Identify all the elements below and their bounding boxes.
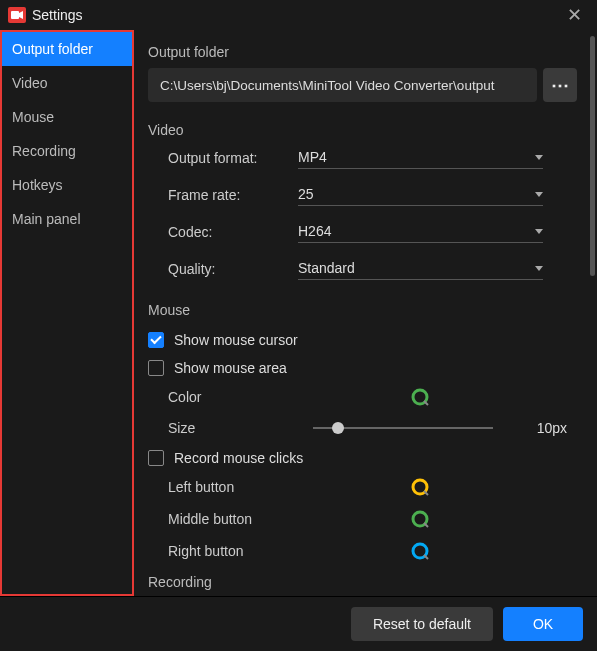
ok-button[interactable]: OK [503,607,583,641]
sidebar-item-label: Output folder [12,41,93,57]
svg-rect-0 [11,11,19,19]
checkbox-show-area[interactable] [148,360,164,376]
label-middle-button: Middle button [168,511,313,527]
output-path-input[interactable] [148,68,537,102]
button-label: OK [533,616,553,632]
color-picker-left[interactable] [411,478,429,496]
reset-button[interactable]: Reset to default [351,607,493,641]
sidebar-item-label: Video [12,75,48,91]
select-codec[interactable]: H264 [298,220,543,243]
select-value: MP4 [298,149,327,165]
sidebar-item-label: Hotkeys [12,177,63,193]
sidebar-item-hotkeys[interactable]: Hotkeys [2,168,132,202]
label-area-color: Color [168,389,313,405]
chevron-down-icon [535,155,543,160]
sidebar-item-output-folder[interactable]: Output folder [2,32,132,66]
value-area-size: 10px [537,420,577,436]
label-frame-rate: Frame rate: [168,187,298,203]
window-title: Settings [32,7,83,23]
select-frame-rate[interactable]: 25 [298,183,543,206]
section-recording: Recording [148,574,577,590]
label-show-cursor: Show mouse cursor [174,332,298,348]
label-codec: Codec: [168,224,298,240]
label-show-area: Show mouse area [174,360,287,376]
sidebar-item-label: Main panel [12,211,81,227]
select-value: H264 [298,223,331,239]
sidebar: Output folder Video Mouse Recording Hotk… [0,30,134,596]
color-picker-area[interactable] [411,388,429,406]
label-left-button: Left button [168,479,313,495]
ellipsis-icon: ⋯ [551,74,570,96]
footer: Reset to default OK [0,596,597,651]
app-icon [8,7,26,23]
chevron-down-icon [535,229,543,234]
select-quality[interactable]: Standard [298,257,543,280]
sidebar-item-mouse[interactable]: Mouse [2,100,132,134]
button-label: Reset to default [373,616,471,632]
select-output-format[interactable]: MP4 [298,146,543,169]
checkbox-record-clicks[interactable] [148,450,164,466]
section-output-folder: Output folder [148,44,577,60]
label-quality: Quality: [168,261,298,277]
scrollbar[interactable] [590,36,595,276]
section-mouse: Mouse [148,302,577,318]
sidebar-item-label: Mouse [12,109,54,125]
titlebar: Settings ✕ [0,0,597,30]
sidebar-item-main-panel[interactable]: Main panel [2,202,132,236]
sidebar-item-video[interactable]: Video [2,66,132,100]
chevron-down-icon [535,266,543,271]
select-value: Standard [298,260,355,276]
slider-thumb[interactable] [332,422,344,434]
close-icon[interactable]: ✕ [559,6,589,24]
browse-button[interactable]: ⋯ [543,68,577,102]
checkbox-show-cursor[interactable] [148,332,164,348]
section-video: Video [148,122,577,138]
settings-content: Output folder ⋯ Video Output format: MP4… [134,30,597,596]
slider-area-size[interactable] [313,427,493,429]
sidebar-item-recording[interactable]: Recording [2,134,132,168]
label-record-clicks: Record mouse clicks [174,450,303,466]
label-area-size: Size [168,420,313,436]
color-picker-right[interactable] [411,542,429,560]
label-right-button: Right button [168,543,313,559]
chevron-down-icon [535,192,543,197]
select-value: 25 [298,186,314,202]
color-picker-middle[interactable] [411,510,429,528]
sidebar-item-label: Recording [12,143,76,159]
label-output-format: Output format: [168,150,298,166]
